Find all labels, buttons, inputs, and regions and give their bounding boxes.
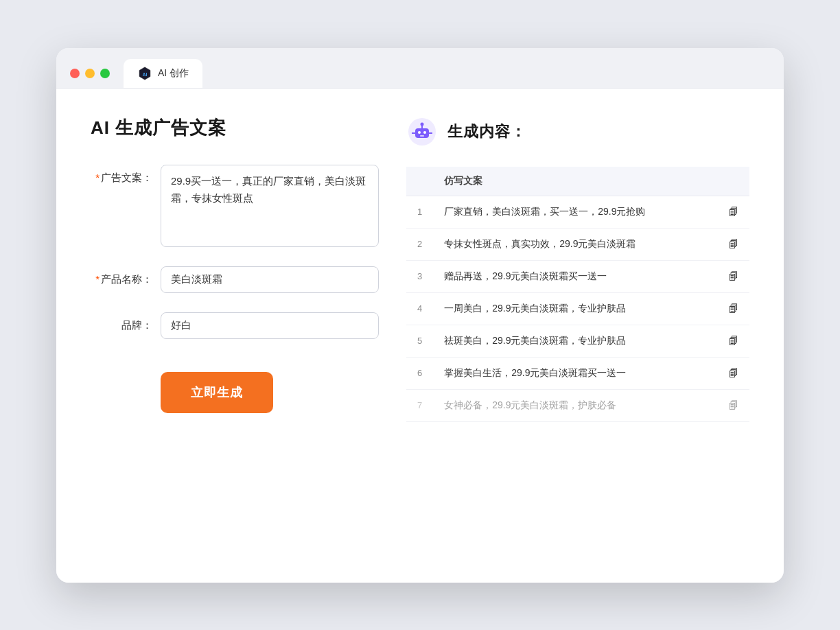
svg-rect-4 — [418, 131, 421, 134]
copy-button[interactable]: 🗐 — [718, 196, 749, 228]
row-text: 女神必备，29.9元美白淡斑霜，护肤必备 — [433, 389, 718, 421]
row-number: 3 — [406, 260, 433, 292]
close-button[interactable] — [70, 69, 80, 78]
row-number: 4 — [406, 292, 433, 325]
brand-input[interactable] — [161, 312, 379, 339]
row-number: 5 — [406, 325, 433, 357]
titlebar: AI AI 创作 — [56, 48, 784, 89]
copy-button[interactable]: 🗐 — [718, 228, 749, 260]
ad-copy-required: * — [95, 172, 100, 183]
content-area: AI 生成广告文案 *广告文案： 29.9买一送一，真正的厂家直销，美白淡斑霜，… — [56, 89, 784, 583]
table-row: 1厂家直销，美白淡斑霜，买一送一，29.9元抢购🗐 — [406, 196, 749, 228]
ai-creation-tab[interactable]: AI AI 创作 — [124, 59, 202, 88]
results-header: 生成内容： — [406, 116, 749, 148]
table-row: 6掌握美白生活，29.9元美白淡斑霜买一送一🗐 — [406, 357, 749, 389]
svg-rect-6 — [420, 135, 424, 137]
table-header-row: 仿写文案 — [406, 167, 749, 196]
ad-copy-group: *广告文案： 29.9买一送一，真正的厂家直销，美白淡斑霜，专抹女性斑点 — [91, 165, 379, 247]
traffic-lights — [70, 69, 110, 78]
svg-text:AI: AI — [143, 71, 148, 76]
row-number: 1 — [406, 196, 433, 228]
robot-icon — [406, 116, 438, 148]
copy-button[interactable]: 🗐 — [718, 260, 749, 292]
table-row: 7女神必备，29.9元美白淡斑霜，护肤必备🗐 — [406, 389, 749, 421]
row-text: 厂家直销，美白淡斑霜，买一送一，29.9元抢购 — [433, 196, 718, 228]
svg-rect-5 — [423, 131, 426, 134]
generate-button[interactable]: 立即生成 — [161, 372, 273, 413]
row-number: 6 — [406, 357, 433, 389]
row-text: 祛斑美白，29.9元美白淡斑霜，专业护肤品 — [433, 325, 718, 357]
minimize-button[interactable] — [85, 69, 95, 78]
results-table: 仿写文案 1厂家直销，美白淡斑霜，买一送一，29.9元抢购🗐2专抹女性斑点，真实… — [406, 167, 749, 422]
col-num — [406, 167, 433, 196]
product-name-input[interactable] — [161, 266, 379, 293]
table-row: 5祛斑美白，29.9元美白淡斑霜，专业护肤品🗐 — [406, 325, 749, 357]
row-number: 7 — [406, 389, 433, 421]
col-action — [718, 167, 749, 196]
table-row: 2专抹女性斑点，真实功效，29.9元美白淡斑霜🗐 — [406, 228, 749, 260]
svg-point-8 — [421, 122, 424, 126]
ai-tab-icon: AI — [137, 66, 152, 81]
copy-button[interactable]: 🗐 — [718, 325, 749, 357]
row-text: 掌握美白生活，29.9元美白淡斑霜买一送一 — [433, 357, 718, 389]
table-row: 4一周美白，29.9元美白淡斑霜，专业护肤品🗐 — [406, 292, 749, 325]
product-name-group: *产品名称： — [91, 266, 379, 293]
row-text: 专抹女性斑点，真实功效，29.9元美白淡斑霜 — [433, 228, 718, 260]
copy-button[interactable]: 🗐 — [718, 357, 749, 389]
product-name-label: *产品名称： — [91, 266, 152, 286]
row-number: 2 — [406, 228, 433, 260]
browser-window: AI AI 创作 AI 生成广告文案 *广告文案： 29.9买一送一，真正的厂家… — [56, 48, 784, 583]
row-text: 一周美白，29.9元美白淡斑霜，专业护肤品 — [433, 292, 718, 325]
brand-group: 品牌： — [91, 312, 379, 339]
brand-label: 品牌： — [91, 312, 152, 332]
maximize-button[interactable] — [100, 69, 110, 78]
page-title: AI 生成广告文案 — [91, 116, 379, 140]
row-text: 赠品再送，29.9元美白淡斑霜买一送一 — [433, 260, 718, 292]
left-panel: AI 生成广告文案 *广告文案： 29.9买一送一，真正的厂家直销，美白淡斑霜，… — [91, 116, 379, 555]
copy-button[interactable]: 🗐 — [718, 292, 749, 325]
table-row: 3赠品再送，29.9元美白淡斑霜买一送一🗐 — [406, 260, 749, 292]
tab-label: AI 创作 — [158, 67, 189, 80]
ad-copy-label: *广告文案： — [91, 165, 152, 185]
product-name-required: * — [95, 273, 100, 285]
results-title: 生成内容： — [447, 121, 526, 142]
col-copy: 仿写文案 — [433, 167, 718, 196]
copy-button[interactable]: 🗐 — [718, 389, 749, 421]
right-panel: 生成内容： 仿写文案 1厂家直销，美白淡斑霜，买一送一，29.9元抢购🗐2专抹女… — [406, 116, 749, 555]
ad-copy-input[interactable]: 29.9买一送一，真正的厂家直销，美白淡斑霜，专抹女性斑点 — [161, 165, 379, 247]
